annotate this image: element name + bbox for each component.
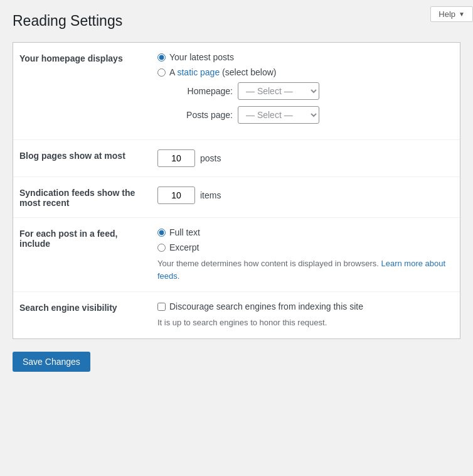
full-text-radio[interactable] [157, 229, 166, 237]
excerpt-radio[interactable] [157, 244, 166, 252]
page-title: Reading Settings [13, 13, 460, 30]
syndication-feeds-suffix: items [200, 190, 221, 200]
excerpt-option: Excerpt [157, 242, 454, 252]
help-button[interactable]: Help ▼ [430, 6, 473, 22]
search-visibility-content: Discourage search engines from indexing … [157, 301, 454, 329]
page-selects: Homepage: — Select — Posts page: — Selec… [170, 82, 454, 124]
help-label: Help [438, 9, 455, 19]
feed-include-description: Your theme determines how content is dis… [157, 257, 454, 282]
syndication-feeds-number-row: items [157, 187, 454, 204]
posts-page-select-row: Posts page: — Select — [170, 106, 454, 124]
posts-page-select[interactable]: — Select — [238, 106, 319, 124]
homepage-select-label: Homepage: [170, 86, 233, 96]
homepage-displays-label: Your homepage displays [19, 52, 157, 63]
feed-include-content: Full text Excerpt Your theme determines … [157, 227, 454, 282]
blog-pages-suffix: posts [200, 153, 221, 163]
blog-pages-label: Blog pages show at most [19, 149, 157, 161]
syndication-feeds-input[interactable] [157, 187, 195, 204]
search-visibility-checkbox-row: Discourage search engines from indexing … [157, 301, 454, 311]
homepage-select-row: Homepage: — Select — [170, 82, 454, 100]
homepage-select[interactable]: — Select — [238, 82, 319, 100]
settings-table: Your homepage displays Your latest posts… [13, 42, 460, 339]
syndication-feeds-content: items [157, 187, 454, 204]
latest-posts-radio[interactable] [157, 53, 166, 62]
discourage-search-label: Discourage search engines from indexing … [169, 301, 363, 311]
static-page-link[interactable]: static page [177, 67, 220, 77]
blog-pages-content: posts [157, 149, 454, 167]
static-page-label: A static page (select below) [169, 67, 276, 77]
learn-more-feeds-link[interactable]: Learn more about feeds [157, 259, 445, 281]
search-visibility-row: Search engine visibility Discourage sear… [13, 292, 460, 338]
latest-posts-option: Your latest posts [157, 52, 454, 62]
latest-posts-label: Your latest posts [169, 52, 234, 62]
syndication-feeds-label: Syndication feeds show the most recent [19, 187, 157, 208]
blog-pages-input[interactable] [157, 149, 195, 167]
full-text-label: Full text [169, 227, 200, 237]
chevron-down-icon: ▼ [459, 11, 465, 18]
static-page-radio[interactable] [157, 68, 166, 77]
feed-include-label: For each post in a feed, include [19, 227, 157, 249]
blog-pages-row: Blog pages show at most posts [13, 140, 460, 177]
save-changes-button[interactable]: Save Changes [13, 352, 90, 372]
search-visibility-description: It is up to search engines to honor this… [157, 316, 454, 329]
full-text-option: Full text [157, 227, 454, 237]
homepage-displays-row: Your homepage displays Your latest posts… [13, 43, 460, 140]
feed-include-row: For each post in a feed, include Full te… [13, 218, 460, 292]
homepage-displays-content: Your latest posts A static page (select … [157, 52, 454, 130]
static-page-option: A static page (select below) [157, 67, 454, 77]
blog-pages-number-row: posts [157, 149, 454, 167]
excerpt-label: Excerpt [169, 242, 199, 252]
search-visibility-label: Search engine visibility [19, 301, 157, 313]
syndication-feeds-row: Syndication feeds show the most recent i… [13, 177, 460, 218]
discourage-search-checkbox[interactable] [157, 303, 166, 311]
posts-page-select-label: Posts page: [170, 110, 233, 120]
